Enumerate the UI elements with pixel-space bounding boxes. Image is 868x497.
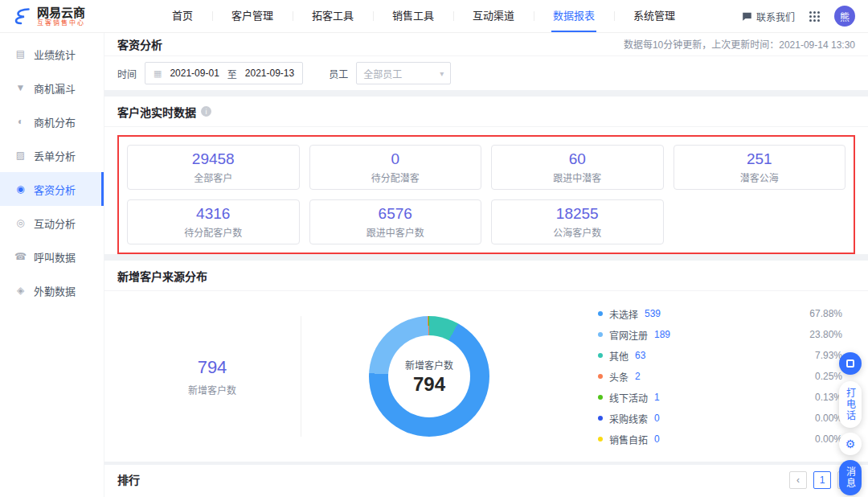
sidebar-item-label: 客资分析 [34,182,76,197]
brand-title: 网易云商 [37,6,85,19]
sidebar-item-label: 商机分布 [34,114,76,129]
legend-value: 0 [654,413,660,424]
staff-select[interactable]: 全部员工 ▾ [356,62,451,84]
service-button[interactable] [839,352,862,375]
brand: 网易云商 互客销售中心 [13,6,140,27]
nav-item-home[interactable]: 首页 [153,0,212,32]
realtime-section: 客户池实时数据 i 29458 全部客户 0 待分配潜客 60 跟进中潜客 25… [104,97,868,254]
vertical-divider [301,316,301,437]
staff-select-value: 全部员工 [363,67,402,80]
nav-item-system-management[interactable]: 系统管理 [614,0,694,32]
location-icon: ◈ [14,285,27,296]
nav-item-sales-tools[interactable]: 销售工具 [373,0,453,32]
realtime-section-title: 客户池实时数据 [117,104,196,120]
legend-percent: 0.00% [815,433,842,445]
sidebar-item-lost-order-analysis[interactable]: ▨ 丢单分析 [0,138,104,172]
page-title: 客资分析 [117,36,162,52]
main-content: 客资分析 数据每10分钟更新，上次更新时间：2021-09-14 13:30 时… [104,32,868,497]
stat-card-pending-prospects: 0 待分配潜客 [309,145,482,190]
nav-item-prospecting-tools[interactable]: 拓客工具 [293,0,373,32]
settings-button[interactable]: ⚙ [839,433,862,455]
legend-name: 其他 [609,349,628,363]
stat-label: 公海客户数 [553,225,601,239]
legend-dot [598,353,603,358]
distribution-icon: ◐ [14,116,27,127]
legend-value: 2 [635,371,641,382]
legend-value: 0 [654,433,660,445]
legend-item-other[interactable]: 其他 63 7.93% [598,348,842,364]
sidebar-item-opportunity-distribution[interactable]: ◐ 商机分布 [0,105,104,138]
nav-item-interaction-channels[interactable]: 互动渠道 [453,0,534,32]
legend-percent: 0.00% [815,413,842,424]
lost-order-icon: ▨ [14,150,27,161]
legend-name: 销售自拓 [609,433,648,446]
legend-percent: 23.80% [809,329,842,340]
calendar-icon: ▦ [154,68,162,79]
legend-name: 线下活动 [609,391,648,405]
donut-center: 新增客户数 794 [388,335,470,417]
make-call-button[interactable]: 打电话 [839,381,862,428]
legend-item-unselected[interactable]: 未选择 539 67.88% [598,306,842,322]
brand-subtitle: 互客销售中心 [37,19,85,27]
sidebar-item-call-data[interactable]: ☎ 呼叫数据 [0,240,104,273]
apps-grid-icon[interactable] [809,11,820,22]
total-summary: 794 新增客户数 [124,357,301,396]
sidebar-item-label: 商机漏斗 [34,80,76,96]
legend-dot [598,395,603,400]
stat-label: 全部客户 [194,170,232,184]
chat-bubble-icon [742,11,752,22]
date-end-value[interactable]: 2021-09-13 [245,68,294,79]
stat-label: 跟进中潜客 [553,170,601,184]
bottom-section-title: 排行 [117,471,140,497]
stat-value: 0 [391,150,399,168]
legend-item-website-signup[interactable]: 官网注册 189 23.80% [598,327,842,343]
donut-center-value: 794 [413,373,445,396]
pagination-prev-button[interactable]: ‹ [789,471,807,489]
sidebar-item-interaction-analysis[interactable]: ◎ 互动分析 [0,206,104,240]
contact-us-button[interactable]: 联系我们 [742,10,795,23]
stat-label: 潜客公海 [740,170,779,184]
sidebar-item-label: 业绩统计 [34,47,76,62]
data-update-info: 数据每10分钟更新，上次更新时间：2021-09-14 13:30 [624,37,855,51]
legend-name: 采购线索 [609,412,648,425]
message-button[interactable]: 消息 [839,460,862,495]
stat-value: 29458 [192,150,235,168]
pagination-page-1[interactable]: 1 [813,471,831,489]
sidebar-item-performance-stats[interactable]: ▤ 业绩统计 [0,37,104,71]
legend-name: 官网注册 [609,328,648,342]
stat-card-following-customers: 6576 跟进中客户数 [309,199,482,244]
sidebar-item-label: 丢单分析 [34,148,76,163]
legend-dot [598,437,603,442]
legend-item-offline-event[interactable]: 线下活动 1 0.13% [598,390,842,405]
date-start-value[interactable]: 2021-09-01 [170,68,219,79]
contact-us-label: 联系我们 [756,10,795,23]
bottom-partial-section: 排行 ‹ 1 › [104,465,868,497]
nav-item-customer-management[interactable]: 客户管理 [212,0,293,32]
chart-legend: 未选择 539 67.88% 官网注册 189 23.80% 其他 63 7.9… [598,306,849,447]
nav-item-data-reports[interactable]: 数据报表 [534,0,614,32]
stat-value: 18255 [556,205,599,223]
donut-chart-wrap: 新增客户数 794 [369,316,489,437]
filter-bar: 时间 ▦ 2021-09-01 至 2021-09-13 员工 全部员工 ▾ [104,56,868,90]
sidebar-item-customer-analysis[interactable]: ◉ 客资分析 [0,172,104,206]
legend-name: 未选择 [609,307,638,321]
legend-percent: 67.88% [809,308,842,319]
user-avatar[interactable]: 熊 [834,6,855,27]
date-range-picker[interactable]: ▦ 2021-09-01 至 2021-09-13 [145,62,303,84]
stat-card-pending-customers: 4316 待分配客户数 [127,199,300,244]
legend-dot [598,374,603,379]
legend-item-purchase-leads[interactable]: 采购线索 0 0.00% [598,411,842,426]
source-section: 新增客户来源分布 794 新增客户数 新增客户数 794 未选择 539 [104,261,868,462]
legend-item-toutiao[interactable]: 头条 2 0.25% [598,369,842,384]
legend-value: 539 [645,308,661,319]
legend-dot [598,311,603,316]
stat-card-pool-customers: 18255 公海客户数 [491,199,664,244]
legend-value: 1 [654,392,660,403]
top-header: 网易云商 互客销售中心 首页 客户管理 拓客工具 销售工具 互动渠道 数据报表 … [0,0,868,32]
info-icon[interactable]: i [201,106,211,117]
sidebar-item-opportunity-funnel[interactable]: ▼ 商机漏斗 [0,71,104,105]
stat-label: 跟进中客户数 [366,225,424,239]
sidebar-item-field-data[interactable]: ◈ 外勤数据 [0,273,104,307]
legend-item-self-developed[interactable]: 销售自拓 0 0.00% [598,432,842,447]
phone-icon: ☎ [14,251,27,262]
